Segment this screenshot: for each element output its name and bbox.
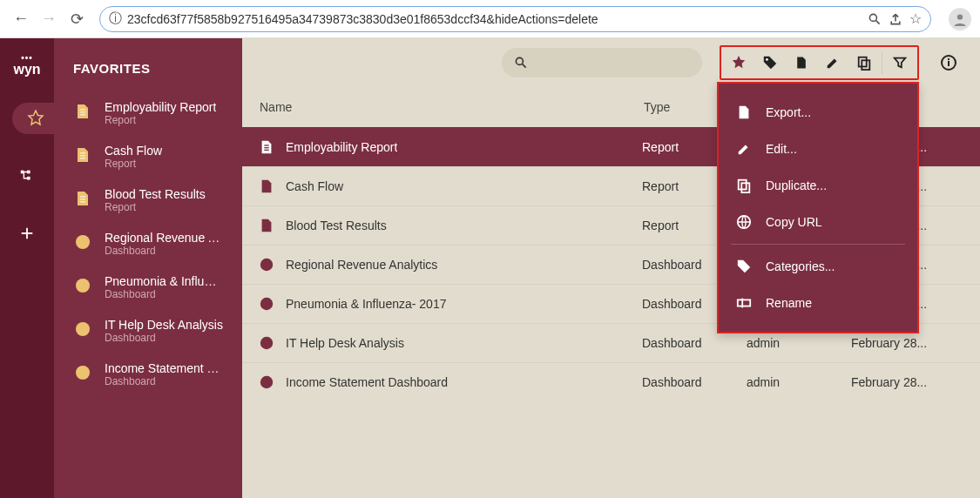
main-toolbar	[242, 38, 980, 87]
row-name: Regional Revenue Analytics	[286, 258, 437, 272]
svg-point-19	[957, 14, 963, 19]
context-menu-label: Rename	[766, 296, 812, 310]
sidebar-item-type: Dashboard	[105, 288, 223, 300]
report-icon	[73, 102, 92, 121]
sidebar-item-label: Regional Revenue Analytics	[105, 231, 223, 245]
sidebar-item[interactable]: Blood Test Results Report	[54, 178, 242, 222]
table-row[interactable]: Income Statement Dashboard Dashboard adm…	[242, 362, 980, 401]
dashboard-icon	[73, 276, 92, 295]
dashboard-icon	[258, 256, 275, 273]
row-updated: February 28...	[851, 375, 964, 389]
sidebar-item-label: IT Help Desk Analysis	[105, 318, 223, 332]
row-name: Pneumonia & Influenza- 2017	[286, 297, 446, 311]
context-menu-item[interactable]: Export...	[719, 94, 917, 131]
address-bar[interactable]: ⓘ 23cfcd63f77f5858b927516495a34739873c38…	[99, 6, 931, 32]
context-menu: Export... Edit... Duplicate... Copy URL …	[717, 82, 919, 333]
report-icon	[258, 178, 275, 195]
row-name: Employability Report	[286, 140, 397, 154]
app-logo[interactable]: ••• wyn	[13, 54, 40, 77]
toolbar-duplicate-button[interactable]	[848, 47, 880, 78]
report-icon	[258, 217, 275, 234]
favorites-sidebar: FAVORITES Employability Report Report Ca…	[54, 38, 242, 498]
report-icon	[73, 145, 92, 165]
browser-toolbar: ← → ⟳ ⓘ 23cfcd63f77f5858b927516495a34739…	[0, 0, 980, 38]
sidebar-item[interactable]: Pneumonia & Influenza- 20... Dashboard	[54, 266, 242, 309]
context-menu-label: Duplicate...	[766, 178, 827, 192]
col-name[interactable]: Name	[258, 100, 642, 114]
profile-avatar[interactable]	[949, 8, 971, 30]
sidebar-item-type: Report	[105, 158, 162, 170]
row-name: Income Statement Dashboard	[286, 375, 448, 389]
rename-icon	[736, 295, 752, 311]
context-menu-item[interactable]: Edit...	[719, 131, 917, 167]
dashboard-icon	[73, 232, 92, 252]
toolbar-actions-highlight	[720, 45, 919, 80]
sidebar-item-label: Income Statement Dashbo...	[105, 361, 223, 375]
toolbar-filter-button[interactable]	[884, 47, 916, 78]
sidebar-item[interactable]: Employability Report Report	[54, 91, 242, 135]
row-type: Dashboard	[642, 336, 747, 350]
sidebar-item-type: Dashboard	[105, 375, 223, 387]
sidebar-item-label: Pneumonia & Influenza- 20...	[105, 274, 223, 288]
row-updatedby: admin	[747, 336, 851, 350]
context-menu-divider	[731, 244, 905, 245]
rail-categories[interactable]	[11, 160, 43, 192]
sidebar-item-label: Employability Report	[105, 100, 216, 114]
nav-rail: ••• wyn	[0, 38, 54, 498]
row-type: Dashboard	[642, 375, 747, 389]
toolbar-edit-button[interactable]	[817, 47, 848, 78]
report-icon	[258, 138, 275, 156]
back-button[interactable]: ←	[9, 7, 33, 31]
globe-icon	[736, 214, 752, 230]
report-icon	[73, 189, 92, 208]
sidebar-item[interactable]: IT Help Desk Analysis Dashboard	[54, 309, 242, 353]
file-icon	[736, 104, 752, 120]
dashboard-icon	[258, 295, 275, 313]
sidebar-title: FAVORITES	[54, 54, 242, 91]
rail-create[interactable]	[11, 218, 43, 249]
context-menu-item[interactable]: Categories...	[719, 248, 917, 285]
context-menu-label: Categories...	[766, 259, 835, 273]
dashboard-icon	[258, 374, 275, 391]
reload-button[interactable]: ⟳	[64, 7, 89, 31]
sidebar-item-type: Dashboard	[105, 245, 223, 257]
share-icon[interactable]	[889, 12, 902, 26]
row-name: Blood Test Results	[286, 219, 387, 232]
main-panel: Name Type Updated By Updated Employabili…	[242, 38, 980, 498]
sidebar-item-label: Blood Test Results	[105, 187, 206, 201]
forward-button[interactable]: →	[37, 7, 61, 31]
sidebar-item-type: Report	[105, 201, 206, 213]
context-menu-label: Copy URL	[766, 215, 822, 229]
dashboard-icon	[258, 334, 275, 352]
toolbar-info-button[interactable]	[933, 47, 964, 78]
row-updatedby: admin	[747, 375, 851, 389]
toolbar-categories-button[interactable]	[754, 47, 786, 78]
row-name: Cash Flow	[286, 179, 343, 193]
context-menu-label: Edit...	[766, 142, 797, 156]
sidebar-item[interactable]: Regional Revenue Analytics Dashboard	[54, 222, 242, 266]
context-menu-label: Export...	[766, 105, 811, 119]
context-menu-item[interactable]: Rename	[719, 285, 917, 321]
pencil-icon	[736, 141, 752, 157]
context-menu-item[interactable]: Duplicate...	[719, 167, 917, 204]
site-info-icon: ⓘ	[109, 10, 122, 27]
dashboard-icon	[73, 320, 92, 339]
duplicate-icon	[736, 178, 752, 193]
search-icon	[514, 56, 528, 70]
toolbar-favorite-button[interactable]	[723, 47, 754, 78]
sidebar-item[interactable]: Income Statement Dashbo... Dashboard	[54, 353, 242, 396]
sidebar-item[interactable]: Cash Flow Report	[54, 135, 242, 178]
sidebar-item-type: Dashboard	[105, 332, 223, 344]
row-updated: February 28...	[851, 336, 964, 350]
zoom-icon[interactable]	[868, 12, 882, 26]
bookmark-star-icon[interactable]: ☆	[909, 10, 922, 27]
toolbar-export-button[interactable]	[786, 47, 817, 78]
tag-icon	[736, 259, 752, 274]
rail-favorites[interactable]	[12, 103, 54, 134]
sidebar-item-label: Cash Flow	[105, 144, 162, 158]
search-input[interactable]	[502, 48, 702, 77]
sidebar-item-type: Report	[105, 114, 216, 126]
context-menu-item[interactable]: Copy URL	[719, 204, 917, 240]
row-name: IT Help Desk Analysis	[286, 336, 404, 350]
dashboard-icon	[73, 363, 92, 382]
